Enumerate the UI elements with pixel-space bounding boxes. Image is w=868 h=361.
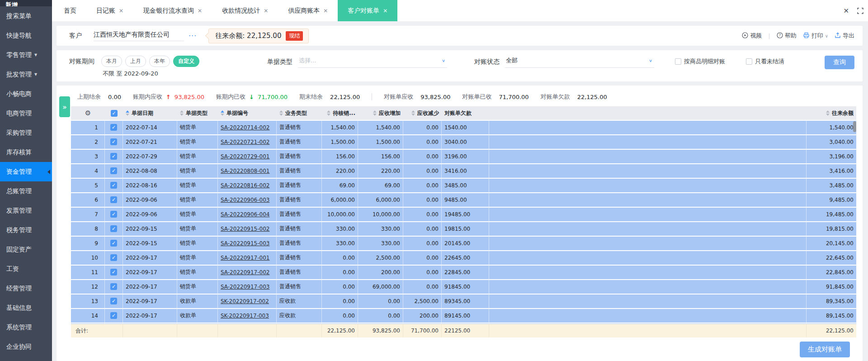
detail-checkbox[interactable]: 按商品明细对账	[675, 57, 725, 66]
doc-link[interactable]: SA-20220808-001	[221, 168, 269, 174]
header-doc-code[interactable]: 单据编号	[218, 106, 277, 120]
row-checkbox-cell[interactable]: ✓	[105, 266, 123, 280]
sidebar-item[interactable]: 库存核算 ▼	[0, 142, 52, 162]
header-biz-type[interactable]: 业务类型	[277, 106, 322, 120]
sidebar-item[interactable]: 批发管理 ▼	[0, 65, 52, 84]
row-checkbox-cell[interactable]: ✓	[105, 179, 123, 193]
row-checkbox[interactable]: ✓	[110, 196, 117, 203]
table-row[interactable]: 9 ✓ 2022-09-15 销货单 SA-20220915-003 普通销售 …	[71, 237, 856, 251]
header-balance[interactable]: 往来余额	[807, 106, 856, 120]
table-row[interactable]: 1 ✓ 2022-07-14 销货单 SA-20220714-002 普通销售 …	[71, 121, 856, 135]
doc-link[interactable]: SA-20220917-001	[221, 255, 269, 261]
row-checkbox[interactable]: ✓	[110, 153, 117, 160]
export-button[interactable]: 导出	[835, 32, 854, 40]
sort-icon[interactable]	[221, 110, 224, 116]
unsettled-checkbox[interactable]: 只看未结清	[746, 57, 784, 66]
table-row[interactable]: 11 ✓ 2022-09-17 销货单 SA-20220917-002 普通销售…	[71, 266, 856, 280]
row-checkbox[interactable]: ✓	[110, 167, 117, 174]
sidebar-item[interactable]: 税务管理 ▼	[0, 220, 52, 240]
table-row[interactable]: 6 ✓ 2022-09-06 销货单 SA-20220906-003 普通销售 …	[71, 193, 856, 207]
query-button[interactable]: 查询	[825, 56, 854, 69]
doc-link[interactable]: SA-20220915-003	[221, 240, 269, 247]
period-range[interactable]: 不限 至 2022-09-20	[103, 70, 199, 78]
expand-panel-button[interactable]: »	[59, 96, 70, 117]
customer-more-icon[interactable]: ···	[189, 32, 197, 40]
sidebar-item[interactable]: 系统管理 ▼	[0, 318, 52, 337]
sidebar-item[interactable]: 基础信息 ▼	[0, 298, 52, 318]
doc-link[interactable]: SA-20220917-002	[221, 269, 269, 276]
header-doc-type[interactable]: 单据类型	[177, 106, 218, 120]
doc-type-select[interactable]: 选择... ∨	[298, 56, 447, 68]
sort-icon[interactable]	[373, 110, 377, 116]
chevron-down-icon[interactable]: ∨	[825, 33, 828, 38]
doc-link[interactable]: SA-20220906-003	[221, 197, 269, 203]
column-settings[interactable]: ⚙	[71, 106, 105, 120]
table-row[interactable]: 2 ✓ 2022-07-21 销货单 SA-20220721-002 普通销售 …	[71, 135, 856, 149]
sort-icon[interactable]	[180, 110, 184, 116]
generate-statement-button[interactable]: 生成对账单	[800, 342, 850, 357]
row-checkbox-cell[interactable]: ✓	[105, 280, 123, 294]
table-row[interactable]: 15 ✓ 2022-09-17 收款单 SK-20220917-004 应收款 …	[71, 323, 856, 324]
doc-link[interactable]: SA-20220714-002	[221, 124, 269, 131]
help-button[interactable]: ? 帮助	[777, 32, 797, 40]
sidebar-item[interactable]: 固定资产 ▼	[0, 240, 52, 259]
sort-icon[interactable]	[279, 110, 283, 116]
row-checkbox[interactable]: ✓	[110, 269, 117, 276]
table-row[interactable]: 12 ✓ 2022-09-17 销货单 SA-20220917-003 普通销售…	[71, 280, 856, 294]
sidebar-item[interactable]: 企业协同 ▼	[0, 337, 52, 356]
video-button[interactable]: 视频	[742, 32, 762, 40]
row-checkbox-cell[interactable]: ✓	[105, 150, 123, 164]
period-pill[interactable]: 本年	[149, 56, 170, 67]
sidebar-item[interactable]: 采购管理 ▼	[0, 123, 52, 142]
sidebar-item[interactable]: 工资 ▼	[0, 259, 52, 279]
header-increase[interactable]: 应收增加	[358, 106, 403, 120]
row-checkbox-cell[interactable]: ✓	[105, 193, 123, 207]
row-checkbox[interactable]: ✓	[110, 225, 117, 232]
row-checkbox[interactable]: ✓	[110, 283, 117, 290]
tab-close-icon[interactable]: ✕	[323, 8, 328, 14]
period-pill[interactable]: 本月	[101, 56, 122, 67]
row-checkbox-cell[interactable]: ✓	[105, 121, 123, 135]
table-row[interactable]: 4 ✓ 2022-08-08 销货单 SA-20220808-001 普通销售 …	[71, 164, 856, 178]
doc-link[interactable]: SA-20220721-002	[221, 139, 269, 145]
sort-icon[interactable]	[411, 110, 415, 116]
row-checkbox-cell[interactable]: ✓	[105, 222, 123, 236]
row-checkbox[interactable]: ✓	[110, 138, 117, 145]
sort-icon[interactable]	[126, 110, 129, 116]
row-checkbox-cell[interactable]: ✓	[105, 208, 123, 222]
table-row[interactable]: 14 ✓ 2022-09-17 收款单 SK-20220917-003 应收款 …	[71, 309, 856, 323]
sidebar-item[interactable]: 电商管理 ▼	[0, 104, 52, 123]
sidebar-item[interactable]: 总账管理 ▼	[0, 181, 52, 201]
doc-link[interactable]: SK-20220917-002	[221, 298, 269, 304]
print-button[interactable]: 打印 ∨	[803, 32, 828, 40]
select-all-cell[interactable]: ✓	[105, 106, 123, 120]
header-pending[interactable]: 待核销...	[322, 106, 358, 120]
row-checkbox[interactable]: ✓	[110, 254, 117, 261]
sidebar-item[interactable]: 小畅电商 ▼	[0, 84, 52, 104]
table-row[interactable]: 13 ✓ 2022-09-17 收款单 SK-20220917-002 应收款 …	[71, 294, 856, 309]
sidebar-item[interactable]: 快捷导航 ▼	[0, 26, 52, 45]
row-checkbox[interactable]: ✓	[110, 182, 117, 189]
row-checkbox-cell[interactable]: ✓	[105, 237, 123, 251]
row-checkbox[interactable]: ✓	[110, 312, 117, 319]
vertical-scrollbar[interactable]	[853, 121, 856, 132]
row-checkbox[interactable]: ✓	[110, 124, 117, 131]
customer-select[interactable]: 江西恒天地产有限责任公司	[94, 31, 184, 41]
doc-link[interactable]: SA-20220816-002	[221, 182, 269, 189]
sidebar-item[interactable]: 零售管理 ▼	[0, 45, 52, 65]
tab[interactable]: 现金银行流水查询 ✕	[133, 0, 212, 21]
period-pill[interactable]: 上月	[125, 56, 146, 67]
header-owed[interactable]: 对账单欠款	[442, 106, 489, 120]
row-checkbox-cell[interactable]: ✓	[105, 323, 123, 324]
doc-link[interactable]: SA-20220729-001	[221, 153, 269, 160]
table-row[interactable]: 8 ✓ 2022-09-15 销货单 SA-20220915-002 普通销售 …	[71, 222, 856, 236]
tab-close-icon[interactable]: ✕	[198, 8, 202, 14]
gear-icon[interactable]: ⚙	[85, 109, 91, 117]
close-icon[interactable]: ✕	[843, 7, 849, 15]
row-checkbox-cell[interactable]: ✓	[105, 309, 123, 323]
tab[interactable]: 首页 ✕	[54, 0, 86, 21]
table-row[interactable]: 7 ✓ 2022-09-06 销货单 SA-20220906-004 普通销售 …	[71, 208, 856, 222]
doc-link[interactable]: SA-20220906-004	[221, 211, 269, 218]
doc-link[interactable]: SA-20220917-003	[221, 284, 269, 290]
doc-link[interactable]: SA-20220915-002	[221, 226, 269, 232]
